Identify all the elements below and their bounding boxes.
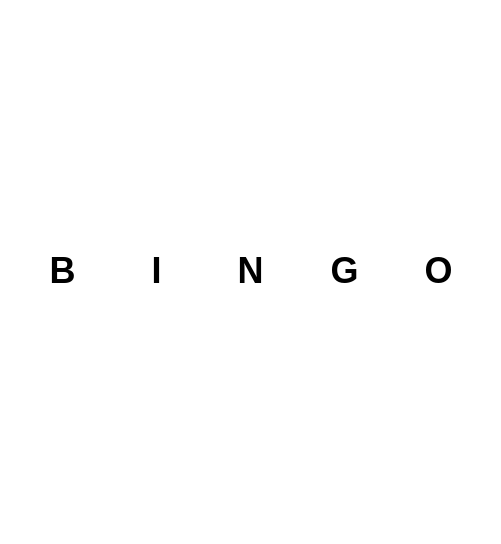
header-letter-g: G xyxy=(298,250,392,294)
header-letter-b: B xyxy=(16,250,110,294)
header-letter-i: I xyxy=(110,250,204,294)
header-letter-n: N xyxy=(204,250,298,294)
header-letter-o: O xyxy=(392,250,486,294)
bingo-header: BINGO xyxy=(16,250,486,294)
bingo-card: BINGO xyxy=(16,250,486,294)
